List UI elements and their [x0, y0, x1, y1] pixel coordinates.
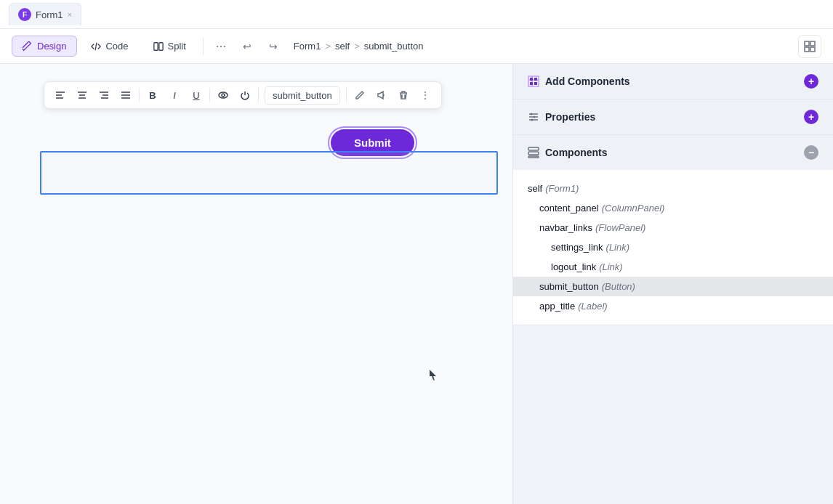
align-right-button[interactable] [94, 85, 114, 105]
italic-button[interactable]: I [164, 85, 185, 105]
add-components-icon [528, 76, 539, 87]
add-components-toggle[interactable]: + [804, 74, 818, 89]
tree-item-app-title[interactable]: app_title (Label) [513, 296, 833, 316]
tab-label: Form1 [36, 9, 63, 20]
cursor-indicator [429, 369, 438, 382]
tree-item-submit-button[interactable]: submit_button (Button) [513, 277, 833, 296]
add-components-header[interactable]: Add Components + [513, 64, 833, 99]
announce-button[interactable] [371, 85, 392, 105]
selection-box [40, 151, 498, 195]
eye-icon [218, 90, 228, 100]
align-justify-button[interactable] [116, 85, 136, 105]
tree-item-navbar-links[interactable]: navbar_links (FlowPanel) [513, 218, 833, 237]
delete-button[interactable] [393, 85, 414, 105]
tab-bar: F Form1 × [0, 0, 833, 29]
tree-item-content-panel[interactable]: content_panel (ColumnPanel) [513, 198, 833, 218]
undo-button[interactable]: ↩ [236, 35, 259, 58]
more-button[interactable]: ⋮ [415, 85, 435, 105]
power-button[interactable] [235, 85, 255, 105]
ft-divider-4 [346, 88, 347, 102]
design-icon [23, 41, 33, 52]
edit-button[interactable] [350, 85, 370, 105]
underline-button[interactable]: U [186, 85, 206, 105]
svg-rect-24 [528, 152, 539, 155]
ft-divider-2 [209, 88, 210, 102]
component-label: submit_button [265, 86, 340, 105]
breadcrumb-self[interactable]: self [335, 41, 350, 52]
redo-button[interactable]: ↪ [262, 35, 285, 58]
canvas-area[interactable]: B I U submit_button [0, 64, 513, 504]
app-icon: F [18, 8, 31, 21]
toolbar-right [798, 35, 821, 58]
components-header[interactable]: Components − [513, 135, 833, 170]
bold-button[interactable]: B [142, 85, 163, 105]
grid-icon [804, 41, 816, 52]
breadcrumb-form[interactable]: Form1 [294, 41, 321, 52]
tree-item-self[interactable]: self (Form1) [513, 179, 833, 198]
align-center-button[interactable] [72, 85, 92, 105]
split-button[interactable]: Split [142, 36, 197, 57]
tree-item-settings-link[interactable]: settings_link (Link) [513, 237, 833, 257]
floating-toolbar: B I U submit_button [44, 81, 442, 109]
code-button[interactable]: Code [80, 36, 139, 57]
properties-toggle[interactable]: + [804, 110, 818, 124]
svg-rect-0 [153, 42, 157, 50]
svg-rect-4 [805, 47, 809, 52]
align-left-button[interactable] [50, 85, 71, 105]
properties-header[interactable]: Properties + [513, 99, 833, 134]
power-icon [240, 90, 250, 100]
code-icon [91, 41, 101, 52]
properties-title: Properties [528, 111, 595, 123]
components-title: Components [528, 147, 608, 158]
svg-rect-1 [158, 42, 162, 50]
svg-rect-2 [805, 41, 809, 46]
svg-point-21 [534, 116, 536, 118]
ft-divider-1 [139, 88, 140, 102]
right-panel: Add Components + Properties + [513, 64, 833, 504]
tree-item-logout-link[interactable]: logout_link (Link) [513, 257, 833, 277]
ft-divider-3 [258, 88, 259, 102]
svg-rect-25 [528, 156, 539, 158]
svg-point-18 [219, 92, 228, 98]
align-center-icon [77, 90, 87, 100]
grid-toggle-button[interactable] [798, 35, 821, 58]
split-icon [153, 41, 164, 52]
main-layout: B I U submit_button [0, 64, 833, 504]
breadcrumb: Form1 > self > submit_button [294, 41, 424, 52]
pencil-icon [355, 90, 365, 100]
close-tab-icon[interactable]: × [68, 10, 72, 19]
toolbar: Design Code Split ⋯ ↩ ↪ Form1 > self > s… [0, 29, 833, 64]
components-icon [528, 147, 539, 158]
svg-rect-3 [810, 41, 815, 46]
svg-point-19 [222, 94, 225, 97]
components-tree: self (Form1) content_panel (ColumnPanel)… [513, 170, 833, 325]
properties-icon [528, 111, 539, 123]
trash-icon [398, 90, 409, 100]
breadcrumb-component[interactable]: submit_button [364, 41, 424, 52]
align-left-icon [55, 90, 65, 100]
design-button[interactable]: Design [12, 36, 77, 57]
breadcrumb-sep-2: > [354, 41, 360, 52]
toolbar-divider-1 [203, 38, 204, 55]
svg-point-20 [531, 113, 533, 115]
components-toggle[interactable]: − [804, 145, 818, 160]
svg-point-22 [531, 119, 534, 121]
components-section: Components − self (Form1) content_panel … [513, 135, 833, 325]
more-options-button[interactable]: ⋯ [209, 35, 233, 58]
tab-form1[interactable]: F Form1 × [9, 3, 81, 25]
properties-section: Properties + [513, 99, 833, 135]
align-justify-icon [121, 90, 131, 100]
visibility-button[interactable] [213, 85, 233, 105]
add-components-title: Add Components [528, 76, 630, 87]
svg-rect-23 [528, 147, 539, 150]
megaphone-icon [377, 90, 387, 100]
align-right-icon [99, 90, 109, 100]
breadcrumb-sep-1: > [325, 41, 331, 52]
add-components-section: Add Components + [513, 64, 833, 99]
svg-rect-5 [810, 47, 815, 52]
